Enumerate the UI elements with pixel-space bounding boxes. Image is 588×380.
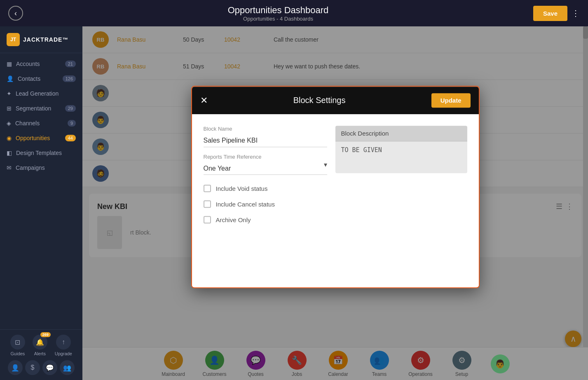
time-ref-select[interactable]: One Year Six Months Three Months One Mon…: [204, 162, 327, 175]
time-ref-label: Reports Time Reference: [204, 154, 327, 160]
lead-gen-label: Lead Generation: [16, 90, 59, 97]
contacts-icon: 👤: [7, 75, 14, 82]
opportunities-icon: ◉: [7, 135, 12, 141]
sidebar-item-lead-generation[interactable]: ✦ Lead Generation: [0, 86, 82, 101]
group-icon[interactable]: 👥: [60, 360, 75, 375]
lead-gen-icon: ✦: [7, 90, 12, 97]
modal-header: ✕ Block Settings Update: [192, 87, 479, 114]
modal-left-section: Block Name Reports Time Reference One Ye…: [204, 126, 327, 175]
page-title: Opportunities Dashboard: [23, 5, 533, 16]
channels-icon: ◈: [7, 120, 11, 127]
cancel-status-row: Include Cancel status: [204, 200, 467, 208]
cancel-status-label: Include Cancel status: [216, 201, 275, 208]
contacts-badge: 126: [63, 75, 76, 82]
alerts-label: Alerts: [34, 351, 46, 356]
segmentation-badge: 29: [65, 105, 76, 112]
sidebar-item-segmentation[interactable]: ⊞ Segmentation 29: [0, 101, 82, 116]
block-desc-body: TO BE GIVEN: [335, 141, 467, 173]
modal-update-button[interactable]: Update: [431, 93, 471, 108]
archive-only-checkbox[interactable]: [204, 216, 211, 223]
alerts-button[interactable]: 🔔 269 Alerts: [33, 335, 47, 356]
modal-right-section: Block Description TO BE GIVEN: [335, 126, 467, 175]
accounts-icon: ▦: [7, 61, 12, 67]
time-ref-field: Reports Time Reference One Year Six Mont…: [204, 154, 327, 175]
sidebar-nav: ▦ Accounts 21 👤 Contacts 126 ✦ Lead Gen: [0, 53, 82, 178]
page-subtitle: Opportunities - 4 Dashboards: [23, 16, 533, 22]
dollar-icon[interactable]: $: [25, 360, 40, 375]
chat-icon[interactable]: 💬: [42, 360, 57, 375]
accounts-label: Accounts: [16, 61, 40, 67]
campaigns-label: Campaigns: [16, 164, 45, 171]
top-header: ‹ Opportunities Dashboard Opportunities …: [0, 0, 588, 26]
block-name-input[interactable]: [204, 134, 327, 147]
back-button[interactable]: ‹: [8, 6, 23, 21]
opportunities-badge: 44: [65, 135, 76, 141]
campaigns-icon: ✉: [7, 164, 12, 171]
upgrade-button[interactable]: ↑ Upgrade: [55, 335, 72, 356]
block-name-field: Block Name: [204, 126, 327, 147]
logo-icon: JT: [7, 33, 20, 46]
segmentation-icon: ⊞: [7, 105, 12, 112]
more-options-icon[interactable]: ⋮: [572, 8, 580, 18]
header-right: Save ⋮: [533, 6, 580, 21]
modal-top-section: Block Name Reports Time Reference One Ye…: [204, 126, 467, 175]
accounts-badge: 21: [65, 61, 76, 67]
upgrade-label: Upgrade: [55, 351, 72, 356]
block-name-label: Block Name: [204, 126, 327, 132]
logo-text: JACKTRADE™: [23, 36, 68, 43]
block-settings-modal: ✕ Block Settings Update Block Name Repor…: [191, 86, 480, 288]
content-area: RB Rana Basu 50 Days 10042 Call the cust…: [82, 26, 588, 380]
sidebar-logo: JT JACKTRADE™: [0, 26, 82, 53]
archive-only-row: Archive Only: [204, 216, 467, 223]
sidebar-item-accounts[interactable]: ▦ Accounts 21: [0, 56, 82, 71]
archive-only-label: Archive Only: [216, 216, 251, 223]
sidebar: JT JACKTRADE™ ▦ Accounts 21 👤 Contacts: [0, 26, 82, 380]
sidebar-item-design-templates[interactable]: ◧ Design Templates: [0, 145, 82, 160]
modal-body: Block Name Reports Time Reference One Ye…: [192, 114, 479, 287]
guides-button[interactable]: ⊡ Guides: [10, 335, 25, 356]
sidebar-item-contacts[interactable]: 👤 Contacts 126: [0, 71, 82, 86]
header-center: Opportunities Dashboard Opportunities - …: [23, 5, 533, 22]
design-icon: ◧: [7, 150, 12, 156]
sidebar-item-campaigns[interactable]: ✉ Campaigns: [0, 160, 82, 175]
modal-close-button[interactable]: ✕: [200, 96, 208, 105]
alerts-badge: 269: [40, 332, 51, 337]
void-status-checkbox[interactable]: [204, 185, 211, 192]
main-layout: JT JACKTRADE™ ▦ Accounts 21 👤 Contacts: [0, 26, 588, 380]
cancel-status-checkbox[interactable]: [204, 200, 211, 208]
void-status-label: Include Void status: [216, 185, 268, 192]
opportunities-label: Opportunities: [16, 135, 50, 141]
design-label: Design Templates: [16, 150, 62, 156]
save-button[interactable]: Save: [533, 6, 567, 21]
modal-title: Block Settings: [208, 96, 431, 105]
sidebar-item-opportunities[interactable]: ◉ Opportunities 44: [0, 131, 82, 145]
sidebar-item-channels[interactable]: ◈ Channels 9: [0, 116, 82, 131]
void-status-row: Include Void status: [204, 185, 467, 192]
channels-badge: 9: [68, 120, 76, 127]
user-icon[interactable]: 👤: [8, 360, 23, 375]
guides-label: Guides: [11, 351, 25, 356]
contacts-label: Contacts: [18, 75, 40, 82]
channels-label: Channels: [15, 120, 40, 127]
block-description-box: Block Description TO BE GIVEN: [335, 126, 467, 173]
segmentation-label: Segmentation: [16, 105, 51, 112]
block-desc-input[interactable]: TO BE GIVEN: [341, 146, 461, 167]
block-desc-header: Block Description: [335, 126, 467, 141]
